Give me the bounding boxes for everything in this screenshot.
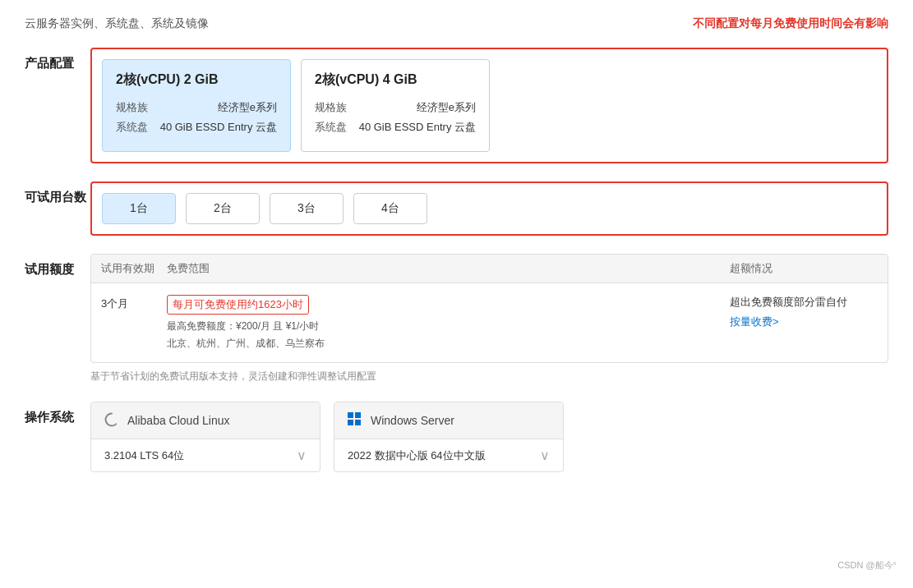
warning-text: 不同配置对每月免费使用时间会有影响 [693,16,888,31]
os-card-alibaba[interactable]: Alibaba Cloud Linux 3.2104 LTS 64位 ∨ [90,402,320,472]
alibaba-linux-name: Alibaba Cloud Linux [127,414,230,427]
trial-quota-content: 试用有效期 免费范围 超额情况 3个月 每月可免费使用约1623小时 最高免费额… [90,254,888,384]
count-wrapper: 1台 2台 3台 4台 [90,181,888,236]
regions-text: 北京、杭州、广州、成都、乌兰察布 [167,337,730,351]
os-section: 操作系统 Alibaba Cloud Linux 3.2104 LTS 64位 … [25,402,888,472]
trial-period-value: 3个月 [101,295,167,311]
os-card-windows[interactable]: Windows Server 2022 数据中心版 64位中文版 ∨ [334,402,564,472]
config-card-1[interactable]: 2核(vCPU) 2 GiB 规格族 经济型e系列 系统盘 40 GiB ESS… [102,59,291,152]
config-card-1-spec-row: 规格族 经济型e系列 [116,100,277,115]
svg-rect-3 [355,420,361,425]
disk-label-2: 系统盘 [315,120,347,135]
os-label: 操作系统 [25,402,90,425]
os-content: Alibaba Cloud Linux 3.2104 LTS 64位 ∨ [90,402,888,472]
free-hours-badge: 每月可免费使用约1623小时 [167,295,309,315]
disk-label-1: 系统盘 [116,120,148,135]
spec-value-2: 经济型e系列 [417,100,476,115]
product-config-section: 产品配置 2核(vCPU) 2 GiB 规格族 经济型e系列 系统盘 40 Gi… [25,48,888,163]
count-btn-4[interactable]: 4台 [353,193,427,224]
svg-rect-1 [355,412,361,418]
disk-value-1: 40 GiB ESSD Entry 云盘 [160,120,277,135]
count-btn-3[interactable]: 3台 [270,193,344,224]
os-windows-header: Windows Server [334,402,563,439]
trial-quota-section: 试用额度 试用有效期 免费范围 超额情况 3个月 每月可免费使用约1623小时 … [25,254,888,384]
product-config-label: 产品配置 [25,48,90,71]
trial-count-label: 可试用台数 [25,181,90,205]
config-card-1-title: 2核(vCPU) 2 GiB [116,71,277,89]
header-period: 试用有效期 [101,261,167,276]
svg-rect-2 [348,420,353,425]
trial-note: 基于节省计划的免费试用版本支持，灵活创建和弹性调整试用配置 [90,370,888,384]
os-alibaba-header: Alibaba Cloud Linux [91,402,320,439]
disk-value-2: 40 GiB ESSD Entry 云盘 [359,120,476,135]
header-overage: 超额情况 [730,261,878,276]
trial-count-section: 可试用台数 1台 2台 3台 4台 [25,181,888,236]
trial-quota-table: 试用有效期 免费范围 超额情况 3个月 每月可免费使用约1623小时 最高免费额… [90,254,888,363]
trial-overage-col: 超出免费额度部分雷自付 按量收费> [730,295,878,329]
os-alibaba-body: 3.2104 LTS 64位 ∨ [91,439,320,471]
windows-server-dropdown-icon[interactable]: ∨ [540,448,550,463]
trial-count-content: 1台 2台 3台 4台 [90,181,888,236]
os-cards: Alibaba Cloud Linux 3.2104 LTS 64位 ∨ [90,402,888,472]
config-card-1-disk-row: 系统盘 40 GiB ESSD Entry 云盘 [116,120,277,135]
pricing-link[interactable]: 按量收费> [730,315,878,329]
overage-label: 超出免费额度部分雷自付 [730,295,878,310]
spec-label-2: 规格族 [315,100,347,115]
count-btn-2[interactable]: 2台 [186,193,260,224]
config-card-2-disk-row: 系统盘 40 GiB ESSD Entry 云盘 [315,120,476,135]
windows-server-name: Windows Server [371,414,454,427]
alibaba-linux-version: 3.2104 LTS 64位 [104,448,297,463]
header-range: 免费范围 [167,261,730,276]
windows-icon [348,412,364,429]
spec-value-1: 经济型e系列 [218,100,277,115]
top-header: 云服务器实例、系统盘、系统及镜像 不同配置对每月免费使用时间会有影响 [25,16,888,31]
product-config-wrapper: 2核(vCPU) 2 GiB 规格族 经济型e系列 系统盘 40 GiB ESS… [90,48,888,163]
spec-label-1: 规格族 [116,100,148,115]
product-config-content: 2核(vCPU) 2 GiB 规格族 经济型e系列 系统盘 40 GiB ESS… [90,48,888,163]
os-windows-body: 2022 数据中心版 64位中文版 ∨ [334,439,563,471]
alibaba-linux-dropdown-icon[interactable]: ∨ [297,448,307,463]
windows-server-version: 2022 数据中心版 64位中文版 [348,448,540,463]
count-btn-1[interactable]: 1台 [102,193,176,224]
config-card-2-title: 2核(vCPU) 4 GiB [315,71,476,89]
watermark: CSDN @船今° [837,559,897,572]
trial-table-body: 3个月 每月可免费使用约1623小时 最高免费额度：¥200/月 且 ¥1/小时… [91,283,888,362]
max-free-text: 最高免费额度：¥200/月 且 ¥1/小时 [167,319,730,333]
config-card-2[interactable]: 2核(vCPU) 4 GiB 规格族 经济型e系列 系统盘 40 GiB ESS… [301,59,490,152]
trial-range-col: 每月可免费使用约1623小时 最高免费额度：¥200/月 且 ¥1/小时 北京、… [167,295,730,351]
svg-rect-0 [348,412,353,418]
trial-table-header: 试用有效期 免费范围 超额情况 [91,255,888,283]
trial-quota-label: 试用额度 [25,254,90,278]
config-card-2-spec-row: 规格族 经济型e系列 [315,100,476,115]
alibaba-linux-icon [104,412,121,429]
page-subtitle: 云服务器实例、系统盘、系统及镜像 [25,16,209,31]
